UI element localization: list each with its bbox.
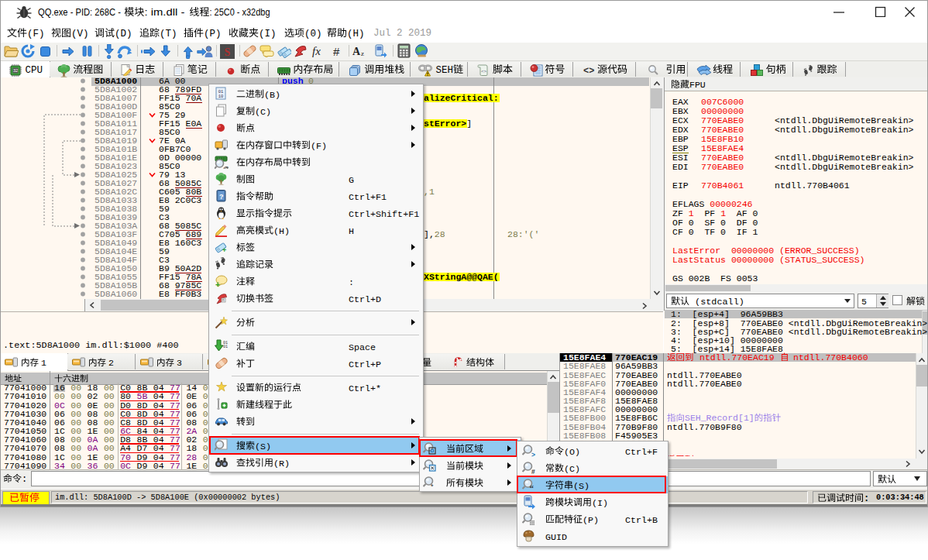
svg-text:01: 01 xyxy=(223,345,228,349)
svg-text:*: * xyxy=(431,483,434,490)
svg-text:(T): (T) xyxy=(160,29,177,40)
svg-text:00: 00 xyxy=(104,461,115,471)
svg-text:00: 00 xyxy=(70,461,81,471)
svg-text:ntdll.770B9F80: ntdll.770B9F80 xyxy=(667,422,742,432)
svg-text::: : xyxy=(22,474,27,485)
svg-text:15E8FB08: 15E8FB08 xyxy=(563,431,606,441)
svg-text:10: 10 xyxy=(218,94,224,99)
svg-text:SEH: SEH xyxy=(436,65,454,76)
svg-text:: 25C0 - x32dbg: : 25C0 - x32dbg xyxy=(210,6,270,18)
svg-text:: im.dll -: : im.dll - xyxy=(145,6,188,18)
svg-text:3: 3 xyxy=(177,358,182,368)
svg-text:stError>: stError> xyxy=(424,119,466,129)
svg-text:#: # xyxy=(531,468,535,476)
svg-text:LastStatus 00000000 (STATUS_SU: LastStatus 00000000 (STATUS_SUCCESS) xyxy=(672,255,864,265)
svg-text:ntdll.770EABE0: ntdll.770EABE0 xyxy=(667,379,742,389)
svg-text:ntdll.770B4061: ntdll.770B4061 xyxy=(775,180,850,191)
svg-text:CPU: CPU xyxy=(26,65,43,76)
svg-text:GS 002B FS 0053: GS 002B FS 0053 xyxy=(672,273,758,283)
svg-text:(P): (P) xyxy=(204,29,222,40)
svg-text:im.dll: 5D8A100D -> 5D8A100E (: im.dll: 5D8A100D -> 5D8A100E (0x00000002… xyxy=(55,493,280,502)
svg-text:5: 5 xyxy=(861,297,867,307)
svg-text:ntdll.770EAC19: ntdll.770EAC19 xyxy=(699,352,775,362)
svg-text:04: 04 xyxy=(153,461,164,471)
svg-text:QQ.exe - PID: 268C -: QQ.exe - PID: 268C - xyxy=(38,6,123,18)
svg-text:36: 36 xyxy=(88,461,98,471)
svg-text:Jul 2 2019: Jul 2 2019 xyxy=(373,28,431,39)
svg-text:5D8A1060: 5D8A1060 xyxy=(95,289,137,299)
svg-text:<ntdll.DbgUiRemoteBreakin>: <ntdll.DbgUiRemoteBreakin> xyxy=(775,125,914,135)
svg-text:.text:5D8A1000 im.dll:$1000 #4: .text:5D8A1000 im.dll:$1000 #400 xyxy=(3,340,179,351)
svg-text:XStringA@@QAE(: XStringA@@QAE( xyxy=(424,272,499,282)
svg-text:>: > xyxy=(531,451,535,459)
svg-text:34: 34 xyxy=(54,461,65,471)
svg-text:(I): (I) xyxy=(259,29,277,40)
svg-text:F45905E3: F45905E3 xyxy=(615,431,658,441)
svg-text:,1: ,1 xyxy=(424,187,435,197)
svg-text:+: + xyxy=(222,246,226,254)
svg-text:(D): (D) xyxy=(115,29,132,40)
svg-text:0:03:34:48: 0:03:34:48 xyxy=(876,493,924,502)
svg-text:CF 0 TF 0 IF 1: CF 0 TF 0 IF 1 xyxy=(672,227,758,237)
svg-text:770B4061: 770B4061 xyxy=(701,180,744,191)
svg-text:@: @ xyxy=(223,165,229,170)
svg-text:ntdll.770B4060: ntdll.770B4060 xyxy=(793,352,868,362)
svg-text:770EABE0: 770EABE0 xyxy=(701,162,744,172)
svg-text:0C: 0C xyxy=(120,461,131,471)
svg-text:+: + xyxy=(215,280,220,288)
svg-text:1: 1 xyxy=(41,358,46,368)
svg-text:2: 2 xyxy=(108,358,114,368)
svg-text:28:'(': 28:'(' xyxy=(507,229,539,239)
svg-text:(V): (V) xyxy=(71,29,89,40)
svg-text:(F): (F) xyxy=(27,29,45,40)
svg-text:(stdcall): (stdcall) xyxy=(689,297,744,307)
svg-text:?: ? xyxy=(219,193,224,201)
svg-text:77: 77 xyxy=(170,461,180,471)
svg-text:1E: 1E xyxy=(186,461,197,471)
svg-text:FPU: FPU xyxy=(689,80,706,90)
svg-text:(H): (H) xyxy=(347,29,365,40)
svg-text:E8 FF0B3: E8 FF0B3 xyxy=(159,289,201,299)
svg-text::: : xyxy=(864,493,869,504)
svg-text:(0): (0) xyxy=(304,29,322,40)
svg-text:alizeCritical:: alizeCritical: xyxy=(424,93,499,103)
svg-text:EIP: EIP xyxy=(672,180,689,191)
svg-text:D9: D9 xyxy=(137,461,148,471)
svg-text:],28: ],28 xyxy=(424,229,445,239)
svg-text:]: ] xyxy=(466,119,472,129)
svg-text:EDI: EDI xyxy=(672,162,689,172)
svg-text:77041090: 77041090 xyxy=(4,461,46,471)
svg-text:<ntdll.DbgUiRemoteBreakin>: <ntdll.DbgUiRemoteBreakin> xyxy=(775,162,914,172)
